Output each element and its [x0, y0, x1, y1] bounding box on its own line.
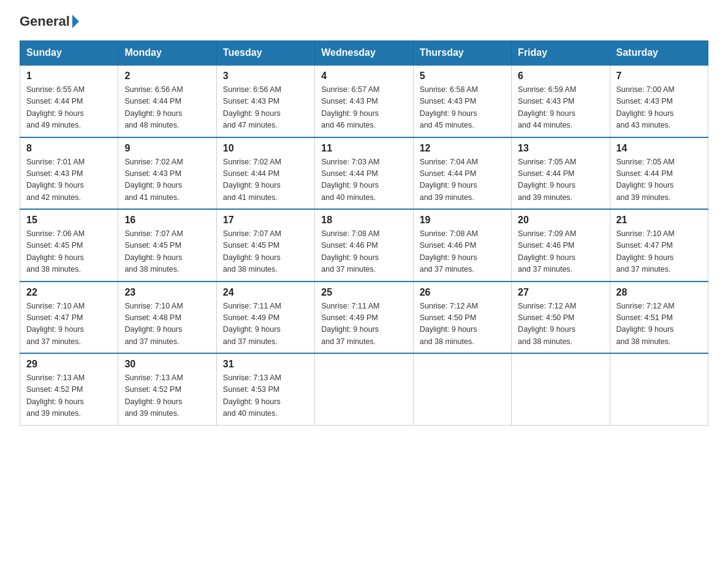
- day-number: 23: [124, 287, 210, 298]
- day-info: Sunrise: 7:12 AMSunset: 4:50 PMDaylight:…: [420, 302, 478, 346]
- day-info: Sunrise: 7:09 AMSunset: 4:46 PMDaylight:…: [518, 229, 576, 274]
- week-row-2: 8 Sunrise: 7:01 AMSunset: 4:43 PMDayligh…: [20, 137, 708, 210]
- day-info: Sunrise: 6:57 AMSunset: 4:43 PMDaylight:…: [321, 85, 379, 129]
- day-info: Sunrise: 7:07 AMSunset: 4:45 PMDaylight:…: [223, 229, 281, 274]
- day-info: Sunrise: 7:03 AMSunset: 4:44 PMDaylight:…: [321, 158, 379, 202]
- col-header-sunday: Sunday: [20, 41, 118, 66]
- calendar-cell: 2 Sunrise: 6:56 AMSunset: 4:44 PMDayligh…: [118, 65, 216, 137]
- day-info: Sunrise: 7:13 AMSunset: 4:53 PMDaylight:…: [223, 373, 281, 418]
- day-number: 12: [420, 143, 505, 154]
- col-header-tuesday: Tuesday: [216, 41, 314, 66]
- calendar-cell: 23 Sunrise: 7:10 AMSunset: 4:48 PMDaylig…: [118, 282, 216, 354]
- logo-triangle-icon: [72, 15, 79, 28]
- week-row-3: 15 Sunrise: 7:06 AMSunset: 4:45 PMDaylig…: [20, 209, 708, 282]
- day-number: 5: [420, 71, 505, 82]
- day-info: Sunrise: 7:10 AMSunset: 4:47 PMDaylight:…: [26, 302, 85, 346]
- day-number: 22: [26, 287, 112, 298]
- calendar-cell: 3 Sunrise: 6:56 AMSunset: 4:43 PMDayligh…: [216, 65, 314, 137]
- calendar-cell: 14 Sunrise: 7:05 AMSunset: 4:44 PMDaylig…: [610, 137, 708, 210]
- day-number: 4: [321, 71, 406, 82]
- day-info: Sunrise: 6:58 AMSunset: 4:43 PMDaylight:…: [420, 85, 478, 129]
- calendar-cell: 10 Sunrise: 7:02 AMSunset: 4:44 PMDaylig…: [216, 137, 314, 210]
- day-info: Sunrise: 7:13 AMSunset: 4:52 PMDaylight:…: [26, 373, 85, 418]
- day-info: Sunrise: 7:12 AMSunset: 4:50 PMDaylight:…: [518, 302, 576, 346]
- col-header-friday: Friday: [512, 41, 610, 66]
- day-info: Sunrise: 7:08 AMSunset: 4:46 PMDaylight:…: [420, 229, 478, 274]
- col-header-monday: Monday: [118, 41, 216, 66]
- calendar-cell: [512, 353, 610, 425]
- calendar-cell: 28 Sunrise: 7:12 AMSunset: 4:51 PMDaylig…: [610, 282, 708, 354]
- day-info: Sunrise: 6:56 AMSunset: 4:43 PMDaylight:…: [223, 85, 281, 129]
- day-info: Sunrise: 7:06 AMSunset: 4:45 PMDaylight:…: [26, 229, 85, 274]
- day-info: Sunrise: 7:10 AMSunset: 4:48 PMDaylight:…: [124, 302, 183, 346]
- day-info: Sunrise: 7:02 AMSunset: 4:44 PMDaylight:…: [223, 158, 281, 202]
- calendar-cell: 25 Sunrise: 7:11 AMSunset: 4:49 PMDaylig…: [315, 282, 413, 354]
- day-info: Sunrise: 7:04 AMSunset: 4:44 PMDaylight:…: [420, 158, 478, 202]
- day-number: 13: [518, 143, 603, 154]
- calendar-cell: 1 Sunrise: 6:55 AMSunset: 4:44 PMDayligh…: [20, 65, 118, 137]
- day-number: 15: [26, 215, 112, 226]
- day-info: Sunrise: 7:07 AMSunset: 4:45 PMDaylight:…: [124, 229, 183, 274]
- day-number: 24: [223, 287, 308, 298]
- day-info: Sunrise: 6:55 AMSunset: 4:44 PMDaylight:…: [26, 85, 85, 129]
- day-number: 21: [616, 215, 702, 226]
- day-info: Sunrise: 7:11 AMSunset: 4:49 PMDaylight:…: [223, 302, 281, 346]
- day-number: 1: [26, 71, 112, 82]
- calendar-cell: 6 Sunrise: 6:59 AMSunset: 4:43 PMDayligh…: [512, 65, 610, 137]
- calendar-cell: 30 Sunrise: 7:13 AMSunset: 4:52 PMDaylig…: [118, 353, 216, 425]
- calendar-cell: 24 Sunrise: 7:11 AMSunset: 4:49 PMDaylig…: [216, 282, 314, 354]
- calendar-cell: 21 Sunrise: 7:10 AMSunset: 4:47 PMDaylig…: [610, 209, 708, 282]
- calendar-cell: 9 Sunrise: 7:02 AMSunset: 4:43 PMDayligh…: [118, 137, 216, 210]
- day-number: 30: [124, 359, 210, 370]
- day-info: Sunrise: 6:56 AMSunset: 4:44 PMDaylight:…: [124, 85, 183, 129]
- day-number: 28: [616, 287, 702, 298]
- day-number: 14: [616, 143, 702, 154]
- calendar-cell: 4 Sunrise: 6:57 AMSunset: 4:43 PMDayligh…: [315, 65, 413, 137]
- week-row-5: 29 Sunrise: 7:13 AMSunset: 4:52 PMDaylig…: [20, 353, 708, 425]
- col-header-wednesday: Wednesday: [315, 41, 413, 66]
- calendar-table: SundayMondayTuesdayWednesdayThursdayFrid…: [20, 40, 708, 426]
- calendar-cell: 19 Sunrise: 7:08 AMSunset: 4:46 PMDaylig…: [413, 209, 511, 282]
- day-number: 31: [223, 359, 308, 370]
- day-number: 17: [223, 215, 308, 226]
- calendar-cell: 16 Sunrise: 7:07 AMSunset: 4:45 PMDaylig…: [118, 209, 216, 282]
- day-number: 6: [518, 71, 603, 82]
- day-info: Sunrise: 7:13 AMSunset: 4:52 PMDaylight:…: [124, 373, 183, 418]
- day-number: 27: [518, 287, 603, 298]
- day-number: 10: [223, 143, 308, 154]
- logo-general: General: [20, 15, 70, 28]
- day-number: 19: [420, 215, 505, 226]
- day-number: 18: [321, 215, 406, 226]
- day-info: Sunrise: 7:11 AMSunset: 4:49 PMDaylight:…: [321, 302, 379, 346]
- day-number: 3: [223, 71, 308, 82]
- day-number: 9: [124, 143, 210, 154]
- col-header-saturday: Saturday: [610, 41, 708, 66]
- day-number: 29: [26, 359, 112, 370]
- calendar-cell: [413, 353, 511, 425]
- day-info: Sunrise: 7:00 AMSunset: 4:43 PMDaylight:…: [616, 85, 675, 129]
- calendar-cell: 13 Sunrise: 7:05 AMSunset: 4:44 PMDaylig…: [512, 137, 610, 210]
- day-info: Sunrise: 7:01 AMSunset: 4:43 PMDaylight:…: [26, 158, 85, 202]
- calendar-cell: 5 Sunrise: 6:58 AMSunset: 4:43 PMDayligh…: [413, 65, 511, 137]
- calendar-cell: 26 Sunrise: 7:12 AMSunset: 4:50 PMDaylig…: [413, 282, 511, 354]
- day-info: Sunrise: 7:05 AMSunset: 4:44 PMDaylight:…: [518, 158, 576, 202]
- calendar-cell: 20 Sunrise: 7:09 AMSunset: 4:46 PMDaylig…: [512, 209, 610, 282]
- day-number: 20: [518, 215, 603, 226]
- page-header: General: [20, 15, 708, 28]
- calendar-cell: 15 Sunrise: 7:06 AMSunset: 4:45 PMDaylig…: [20, 209, 118, 282]
- calendar-cell: 7 Sunrise: 7:00 AMSunset: 4:43 PMDayligh…: [610, 65, 708, 137]
- calendar-cell: 8 Sunrise: 7:01 AMSunset: 4:43 PMDayligh…: [20, 137, 118, 210]
- calendar-cell: [610, 353, 708, 425]
- week-row-1: 1 Sunrise: 6:55 AMSunset: 4:44 PMDayligh…: [20, 65, 708, 137]
- day-number: 11: [321, 143, 406, 154]
- week-row-4: 22 Sunrise: 7:10 AMSunset: 4:47 PMDaylig…: [20, 282, 708, 354]
- day-number: 8: [26, 143, 112, 154]
- calendar-cell: [315, 353, 413, 425]
- calendar-cell: 27 Sunrise: 7:12 AMSunset: 4:50 PMDaylig…: [512, 282, 610, 354]
- day-number: 25: [321, 287, 406, 298]
- calendar-cell: 11 Sunrise: 7:03 AMSunset: 4:44 PMDaylig…: [315, 137, 413, 210]
- day-info: Sunrise: 7:05 AMSunset: 4:44 PMDaylight:…: [616, 158, 675, 202]
- day-info: Sunrise: 7:08 AMSunset: 4:46 PMDaylight:…: [321, 229, 379, 274]
- day-number: 26: [420, 287, 505, 298]
- calendar-cell: 29 Sunrise: 7:13 AMSunset: 4:52 PMDaylig…: [20, 353, 118, 425]
